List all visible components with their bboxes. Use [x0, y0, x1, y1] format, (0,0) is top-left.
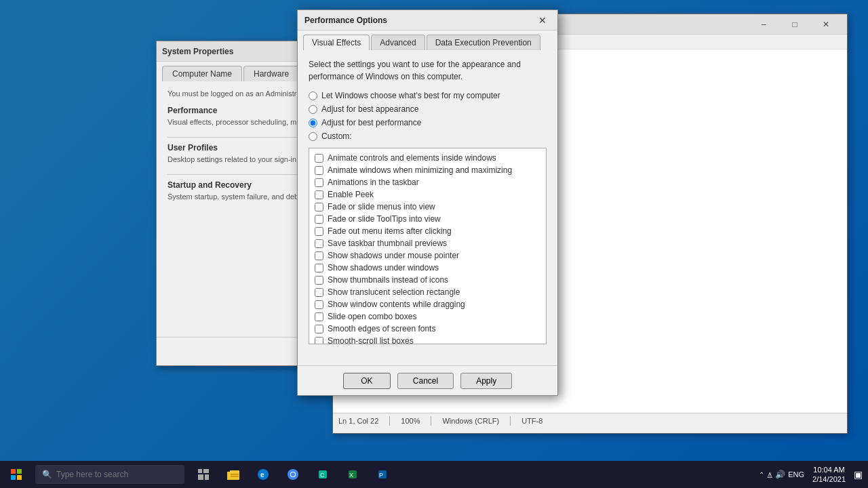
- checkbox-item-6[interactable]: Fade out menu items after clicking: [313, 226, 542, 237]
- task-view-icon: [198, 469, 209, 480]
- checkbox-input-3[interactable]: [315, 190, 323, 199]
- svg-rect-5: [203, 469, 209, 473]
- tray-language-label[interactable]: ENG: [788, 470, 804, 479]
- perf-apply-button[interactable]: Apply: [460, 373, 512, 389]
- svg-rect-7: [205, 474, 209, 480]
- tray-chevron-icon[interactable]: ⌃: [759, 471, 764, 479]
- checkbox-input-2[interactable]: [315, 178, 323, 187]
- checkbox-item-1[interactable]: Animate windows when minimizing and maxi…: [313, 165, 542, 176]
- checkbox-label-7: Save taskbar thumbnail previews: [328, 239, 447, 248]
- taskbar-chrome-button[interactable]: [279, 461, 307, 488]
- perf-tab-visual-effects[interactable]: Visual Effects: [303, 35, 370, 50]
- checkbox-label-8: Show shadows under mouse pointer: [328, 251, 459, 260]
- checkbox-label-14: Smooth edges of screen fonts: [328, 324, 435, 333]
- tray-volume-icon[interactable]: 🔊: [775, 470, 785, 479]
- checkbox-input-12[interactable]: [315, 300, 323, 309]
- radio-windows-choose[interactable]: Let Windows choose what's best for my co…: [309, 91, 547, 100]
- svg-text:e: e: [260, 471, 264, 479]
- radio-best-performance-input[interactable]: [309, 119, 317, 127]
- checkbox-input-11[interactable]: [315, 288, 323, 297]
- svg-rect-4: [198, 469, 202, 473]
- taskbar-pinned-icons: e C X: [190, 461, 396, 488]
- perf-radio-group: Let Windows choose what's best for my co…: [309, 91, 547, 141]
- checkbox-label-5: Fade or slide ToolTips into view: [328, 214, 441, 224]
- checkbox-input-8[interactable]: [315, 251, 323, 260]
- sysprops-tab-hardware[interactable]: Hardware: [243, 66, 299, 81]
- checkbox-input-9[interactable]: [315, 264, 323, 272]
- taskbar-search-input[interactable]: [56, 470, 178, 479]
- perf-body: Select the settings you want to use for …: [298, 50, 557, 352]
- checkbox-item-0[interactable]: Animate controls and elements inside win…: [313, 152, 542, 163]
- checkbox-input-10[interactable]: [315, 276, 323, 285]
- radio-best-appearance-input[interactable]: [309, 105, 317, 114]
- radio-custom-input[interactable]: [309, 132, 317, 141]
- checkbox-item-8[interactable]: Show shadows under mouse pointer: [313, 250, 542, 261]
- checkbox-input-5[interactable]: [315, 215, 323, 224]
- radio-best-appearance[interactable]: Adjust for best appearance: [309, 104, 547, 114]
- taskbar-clock[interactable]: 10:04 AM 2/14/2021: [808, 464, 850, 486]
- chrome-icon: [288, 469, 298, 480]
- perf-tab-advanced[interactable]: Advanced: [371, 35, 425, 50]
- checkbox-input-15[interactable]: [315, 337, 323, 345]
- checkbox-input-4[interactable]: [315, 203, 323, 211]
- checkbox-item-9[interactable]: Show shadows under windows: [313, 262, 542, 273]
- tray-network-icon[interactable]: ⍋: [767, 469, 772, 480]
- notepad-minimize-button[interactable]: –: [748, 14, 779, 35]
- checkbox-item-14[interactable]: Smooth edges of screen fonts: [313, 323, 542, 334]
- radio-windows-choose-label: Let Windows choose what's best for my co…: [321, 91, 500, 100]
- perf-checkbox-list[interactable]: Animate controls and elements inside win…: [309, 148, 547, 344]
- radio-windows-choose-input[interactable]: [309, 92, 317, 100]
- checkbox-item-3[interactable]: Enable Peek: [313, 189, 542, 200]
- notification-icon[interactable]: ▣: [854, 469, 863, 480]
- statusbar-position: Ln 1, Col 22: [338, 417, 378, 425]
- checkbox-label-10: Show thumbnails instead of icons: [328, 275, 448, 285]
- taskbar-task-view-button[interactable]: [190, 461, 217, 488]
- checkbox-item-15[interactable]: Smooth-scroll list boxes: [313, 336, 542, 344]
- checkbox-input-1[interactable]: [315, 166, 323, 175]
- checkbox-item-13[interactable]: Slide open combo boxes: [313, 311, 542, 322]
- taskbar-icon7[interactable]: P: [369, 461, 396, 488]
- svg-rect-10: [231, 474, 239, 475]
- statusbar-line-ending: Windows (CRLF): [442, 417, 499, 425]
- perf-tab-dep[interactable]: Data Execution Prevention: [427, 35, 540, 50]
- app-icon5: C: [317, 469, 328, 480]
- svg-point-16: [291, 472, 295, 476]
- checkbox-label-13: Slide open combo boxes: [328, 312, 416, 321]
- checkbox-item-12[interactable]: Show window contents while dragging: [313, 299, 542, 310]
- svg-text:P: P: [379, 472, 383, 479]
- app-icon7: P: [377, 469, 388, 480]
- taskbar-icon6[interactable]: X: [339, 461, 366, 488]
- statusbar-sep1: [389, 416, 390, 426]
- svg-rect-11: [231, 476, 239, 477]
- checkbox-label-6: Fade out menu items after clicking: [328, 226, 452, 236]
- checkbox-input-14[interactable]: [315, 325, 323, 333]
- search-icon: 🔍: [42, 470, 52, 479]
- taskbar-icon5[interactable]: C: [309, 461, 336, 488]
- perf-cancel-button[interactable]: Cancel: [397, 373, 454, 389]
- start-button[interactable]: [0, 461, 33, 488]
- radio-best-performance[interactable]: Adjust for best performance: [309, 118, 547, 127]
- statusbar-encoding: UTF-8: [521, 417, 542, 425]
- taskbar-file-explorer-button[interactable]: [220, 461, 247, 488]
- radio-custom[interactable]: Custom:: [309, 131, 547, 141]
- checkbox-item-5[interactable]: Fade or slide ToolTips into view: [313, 214, 542, 224]
- checkbox-input-6[interactable]: [315, 227, 323, 236]
- checkbox-input-0[interactable]: [315, 154, 323, 163]
- checkbox-input-7[interactable]: [315, 239, 323, 248]
- checkbox-item-2[interactable]: Animations in the taskbar: [313, 177, 542, 188]
- checkbox-item-10[interactable]: Show thumbnails instead of icons: [313, 274, 542, 285]
- taskbar-time-display: 10:04 AM: [812, 465, 846, 474]
- perf-ok-button[interactable]: OK: [343, 373, 391, 389]
- checkbox-item-7[interactable]: Save taskbar thumbnail previews: [313, 238, 542, 249]
- notepad-close-button[interactable]: ✕: [810, 14, 842, 35]
- checkbox-label-1: Animate windows when minimizing and maxi…: [328, 165, 512, 175]
- checkbox-item-4[interactable]: Fade or slide menus into view: [313, 201, 542, 212]
- sysprops-tab-computer-name[interactable]: Computer Name: [162, 66, 242, 81]
- perf-titlebar: Performance Options ✕: [298, 10, 557, 30]
- notepad-maximize-button[interactable]: □: [779, 14, 810, 35]
- taskbar-search-box[interactable]: 🔍: [35, 465, 184, 484]
- perf-close-button[interactable]: ✕: [534, 12, 551, 28]
- checkbox-item-11[interactable]: Show translucent selection rectangle: [313, 287, 542, 298]
- checkbox-input-13[interactable]: [315, 312, 323, 321]
- taskbar-edge-button[interactable]: e: [250, 461, 277, 488]
